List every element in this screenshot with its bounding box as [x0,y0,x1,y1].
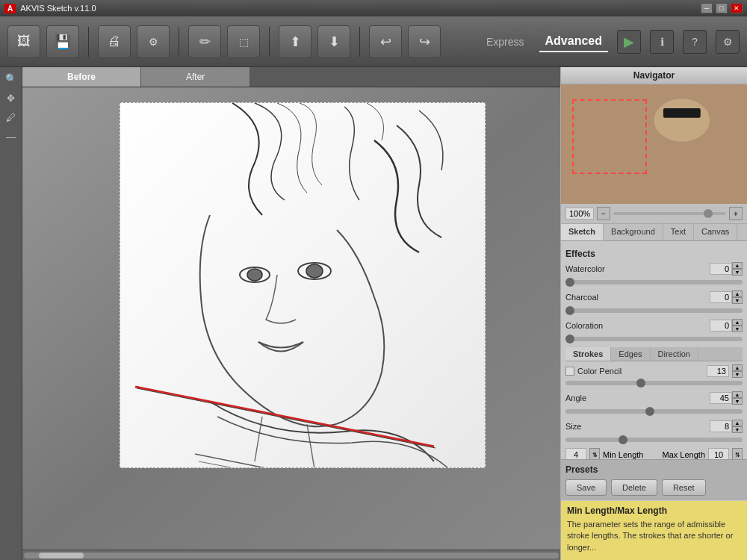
close-button[interactable]: ✕ [731,3,743,13]
color-pencil-spin-up[interactable]: ▲ [732,364,743,371]
charcoal-spinner: ▲ ▼ [732,290,743,304]
zoom-slider[interactable] [613,212,726,215]
watercolor-value[interactable]: 0 [710,263,732,275]
color-pencil-slider-row [565,381,743,385]
left-tools-panel: 🔍 ✥ 🖊 — [0,67,22,560]
charcoal-slider[interactable] [565,308,743,313]
selection-icon[interactable]: ⬚ [227,25,260,58]
coloration-spinner: ▲ ▼ [732,319,743,332]
print-icon[interactable]: 🖨 [98,25,131,58]
angle-row: Angle 45 ▲ ▼ [565,391,743,405]
zoom-tool[interactable]: 🔍 [3,70,19,87]
scrollbar-track [24,553,559,559]
angle-spin-up[interactable]: ▲ [732,391,743,398]
angle-spin-down[interactable]: ▼ [732,398,743,405]
size-slider[interactable] [565,438,743,442]
save-icon[interactable]: 💾 [46,25,79,58]
watercolor-slider-row [565,280,743,284]
tab-express[interactable]: Express [480,33,530,51]
help-button[interactable]: ? [683,30,707,54]
scrollbar-thumb[interactable] [39,553,84,559]
reset-preset-button[interactable]: Reset [662,479,706,496]
effects-title: Effects [565,249,743,259]
color-pencil-slider[interactable] [565,381,743,385]
size-value[interactable]: 8 [710,420,732,432]
charcoal-value[interactable]: 0 [710,291,732,303]
angle-spinner: ▲ ▼ [732,391,743,405]
watercolor-thumb [565,278,574,287]
angle-slider[interactable] [565,409,743,414]
size-thumb [619,435,627,444]
size-spin-up[interactable]: ▲ [732,420,743,426]
watercolor-slider[interactable] [565,280,743,284]
horizontal-scrollbar[interactable] [22,550,560,560]
undo-icon[interactable]: ↩ [369,25,402,58]
tab-sketch[interactable]: Sketch [561,224,604,240]
run-button[interactable]: ▶ [617,30,641,54]
coloration-row: Coloration 0 ▲ ▼ [565,319,743,332]
tab-before[interactable]: Before [22,67,141,87]
tab-direction[interactable]: Direction [651,347,698,361]
save-preset-button[interactable]: Save [565,479,607,496]
open-icon[interactable]: 🖼 [7,25,40,58]
coloration-slider-row [565,337,743,341]
zoom-in-button[interactable]: + [729,207,743,220]
tab-advanced[interactable]: Advanced [539,31,608,52]
right-panel: Navigator 100% − + [560,67,747,560]
min-length-spinner[interactable]: ⇅ [589,448,600,459]
canvas-tabs: Before After [22,67,560,87]
tab-canvas[interactable]: Canvas [694,224,737,240]
delete-preset-button[interactable]: Delete [611,479,657,496]
toolbar: 🖼 💾 🖨 ⚙ ✏ ⬚ ⬆ ⬇ ↩ ↪ Express Advanced ▶ ℹ… [0,16,747,67]
coloration-spin-down[interactable]: ▼ [732,326,743,332]
settings-icon[interactable]: ⚙ [137,25,170,58]
sketch-background [120,103,485,467]
min-length-label: Min Length [603,450,653,459]
color-pencil-checkbox[interactable] [565,367,574,376]
paint-tool[interactable]: 🖊 [3,109,19,125]
titlebar-left: A AKVIS Sketch v.11.0 [4,4,96,13]
settings-panel: Effects Watercolor 0 ▲ ▼ Charcoal 0 [561,241,747,459]
color-pencil-value[interactable]: 13 [707,365,729,377]
color-pencil-spin-down[interactable]: ▼ [732,371,743,378]
watercolor-spin-down[interactable]: ▼ [732,269,743,276]
color-pencil-spinner: ▲ ▼ [732,364,743,378]
tab-background[interactable]: Background [604,224,663,240]
navigator-header: Navigator [561,67,747,84]
angle-value[interactable]: 45 [710,392,732,404]
tab-strokes[interactable]: Strokes [565,347,611,361]
max-length-spinner[interactable]: ⇅ [732,448,743,459]
tab-after[interactable]: After [141,67,250,87]
size-label: Size [565,422,710,431]
settings2-button[interactable]: ⚙ [716,30,740,54]
download-icon[interactable]: ⬇ [317,25,350,58]
zoom-out-button[interactable]: − [597,207,610,220]
coloration-spin-up[interactable]: ▲ [732,319,743,326]
tab-edges[interactable]: Edges [611,347,650,361]
watercolor-spin-up[interactable]: ▲ [732,262,743,269]
max-length-value[interactable]: 10 [708,448,729,459]
svg-point-5 [654,99,710,142]
redo-icon[interactable]: ↪ [408,25,441,58]
upload-icon[interactable]: ⬆ [279,25,311,58]
charcoal-spin-down[interactable]: ▼ [732,297,743,304]
coloration-value[interactable]: 0 [710,320,732,332]
coloration-slider[interactable] [565,337,743,341]
min-length-value[interactable]: 4 [565,448,586,459]
maximize-button[interactable]: □ [716,3,728,13]
angle-label: Angle [565,393,710,402]
pan-tool[interactable]: ✥ [3,90,19,106]
minimize-button[interactable]: ─ [701,3,713,13]
zoom-value[interactable]: 100% [565,208,594,220]
app-logo-icon: A [4,4,16,13]
app-title: AKVIS Sketch v.11.0 [20,4,96,13]
canvas-content[interactable] [22,87,560,550]
sketch-tabs: Sketch Background Text Canvas [561,224,747,241]
size-row: Size 8 ▲ ▼ [565,420,743,433]
tab-text[interactable]: Text [663,224,694,240]
info-button[interactable]: ℹ [650,30,674,54]
charcoal-spin-up[interactable]: ▲ [732,290,743,297]
brush-icon[interactable]: ✏ [188,25,221,58]
eraser-tool[interactable]: — [3,128,19,145]
size-spin-down[interactable]: ▼ [732,426,743,433]
